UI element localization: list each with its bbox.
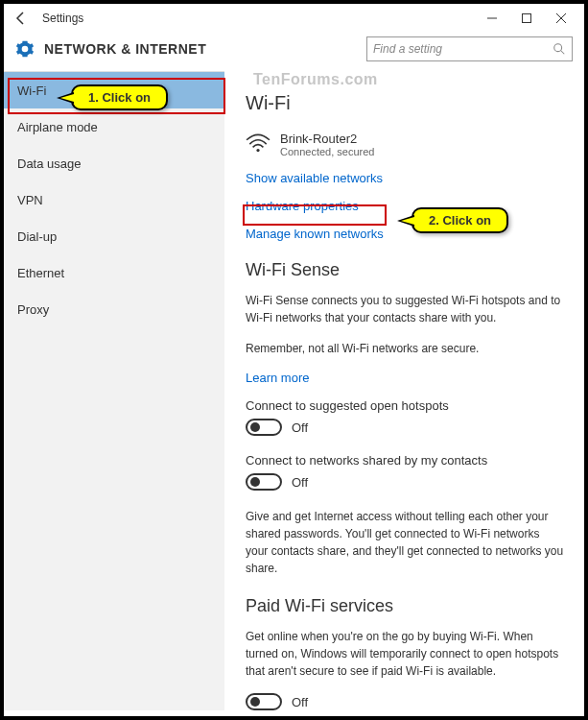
sidebar-item-label: Wi-Fi (17, 84, 46, 98)
back-arrow-icon (13, 11, 29, 26)
network-status: Connected, secured (280, 146, 374, 157)
network-info: Brink-Router2 Connected, secured (280, 132, 374, 157)
svg-point-6 (256, 149, 259, 152)
sidebar-item-ethernet[interactable]: Ethernet (4, 254, 224, 291)
svg-line-5 (561, 51, 565, 55)
sidebar-item-label: Dial-up (17, 229, 57, 244)
sidebar: Wi-Fi Airplane mode Data usage VPN Dial-… (4, 71, 224, 710)
sidebar-item-proxy[interactable]: Proxy (4, 291, 224, 327)
window-controls (475, 7, 578, 30)
header-title: NETWORK & INTERNET (44, 41, 206, 57)
toggle1-state: Off (292, 420, 308, 435)
toggle-knob (250, 422, 260, 432)
search-input[interactable] (373, 42, 553, 56)
sidebar-item-dialup[interactable]: Dial-up (4, 218, 224, 254)
toggle1-label: Connect to suggested open hotspots (246, 398, 565, 413)
sidebar-item-airplane[interactable]: Airplane mode (4, 108, 224, 145)
minimize-icon (487, 13, 497, 23)
main-area: Wi-Fi Airplane mode Data usage VPN Dial-… (4, 71, 584, 710)
callout-2: 2. Click on (412, 207, 508, 233)
paid-toggle-state: Off (292, 695, 308, 709)
toggle-shared-contacts[interactable] (246, 473, 282, 491)
wifi-sense-desc2: Give and get Internet access without tel… (246, 508, 565, 577)
wifi-sense-remember: Remember, not all Wi-Fi networks are sec… (246, 340, 565, 357)
hardware-properties-link[interactable]: Hardware properties (246, 199, 565, 213)
back-button[interactable] (10, 7, 33, 30)
paid-toggle-row: Off (246, 693, 565, 710)
network-status-row: Brink-Router2 Connected, secured (246, 132, 565, 157)
sidebar-item-label: VPN (17, 193, 43, 207)
toggle-suggested-hotspots[interactable] (246, 419, 282, 436)
content-pane[interactable]: Wi-Fi Brink-Router2 Connected, secured S… (224, 71, 584, 710)
wifi-sense-desc: Wi-Fi Sense connects you to suggested Wi… (246, 292, 565, 326)
close-icon (556, 13, 566, 23)
paid-wifi-desc: Get online when you're on the go by buyi… (246, 628, 565, 680)
toggle2-label: Connect to networks shared by my contact… (246, 453, 565, 468)
sidebar-item-vpn[interactable]: VPN (4, 181, 224, 218)
show-available-link[interactable]: Show available networks (246, 171, 565, 185)
toggle2-state: Off (292, 475, 308, 490)
learn-more-link[interactable]: Learn more (246, 371, 565, 385)
maximize-button[interactable] (509, 7, 544, 30)
sidebar-item-label: Ethernet (17, 266, 64, 280)
close-button[interactable] (544, 7, 578, 30)
maximize-icon (522, 13, 531, 23)
watermark: TenForums.com (253, 71, 378, 88)
network-name: Brink-Router2 (280, 132, 374, 146)
toggle-knob (250, 477, 260, 487)
sidebar-item-label: Airplane mode (17, 120, 98, 134)
header: NETWORK & INTERNET (4, 33, 584, 71)
toggle2-row: Off (246, 473, 565, 491)
toggle1-row: Off (246, 419, 565, 436)
titlebar: Settings (4, 4, 584, 33)
svg-point-4 (554, 44, 562, 52)
toggle-knob (250, 697, 260, 707)
window-title: Settings (42, 12, 83, 25)
wifi-sense-title: Wi-Fi Sense (246, 260, 565, 280)
gear-icon (15, 39, 35, 59)
sidebar-item-label: Data usage (17, 156, 82, 171)
paid-wifi-title: Paid Wi-Fi services (246, 596, 565, 616)
wifi-icon (246, 133, 270, 153)
minimize-button[interactable] (475, 7, 509, 30)
sidebar-item-data-usage[interactable]: Data usage (4, 145, 224, 181)
manage-known-networks-link[interactable]: Manage known networks (246, 227, 565, 241)
toggle-paid-wifi[interactable] (246, 693, 282, 710)
svg-rect-1 (523, 13, 531, 22)
sidebar-item-label: Proxy (17, 302, 49, 317)
search-box[interactable] (366, 36, 573, 61)
callout-1: 1. Click on (71, 84, 168, 110)
page-title: Wi-Fi (246, 92, 565, 114)
search-icon (553, 42, 566, 56)
